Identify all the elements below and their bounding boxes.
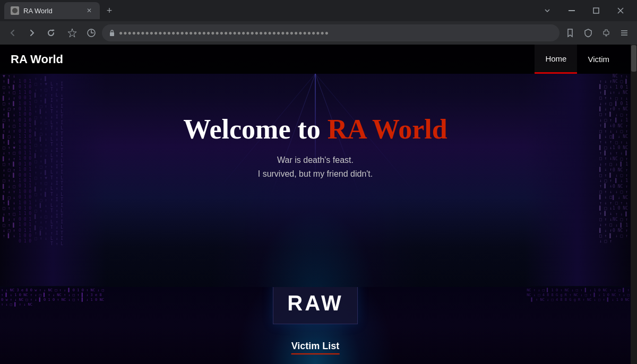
svg-rect-1	[569, 10, 575, 11]
address-text: ●●●●●●●●●●●●●●●●●●●●●●●●●●●●●●●●●●●●●●●●…	[119, 29, 553, 37]
title-bar: RA World ✕ +	[0, 0, 637, 21]
lock-icon	[108, 29, 116, 37]
tab-title: RA World	[23, 7, 81, 15]
refresh-button[interactable]	[42, 24, 59, 41]
browser-actions	[562, 24, 633, 41]
tab-dropdown-button[interactable]	[535, 0, 559, 21]
site-logo: RA World	[11, 53, 535, 66]
raw-text: RAW	[287, 291, 343, 315]
bottom-section: ↑ ↓ NC 3 e 8 0 w ↑ ↓ NC □ ↑ ↓ ▌ 0 1 0 ↑ …	[0, 287, 631, 364]
bottom-matrix-left: ↑ ↓ NC 3 e 8 0 w ↑ ↓ NC □ ↑ ↓ ▌ 0 1 0 ↑ …	[0, 287, 106, 364]
window-controls	[535, 0, 633, 21]
svg-rect-2	[593, 8, 599, 13]
nav-home[interactable]: Home	[535, 45, 577, 74]
new-tab-button[interactable]: +	[102, 3, 117, 18]
browser-window: RA World ✕ +	[0, 0, 637, 364]
hero-title-plain: Welcome to	[183, 114, 327, 144]
svg-marker-6	[68, 29, 76, 37]
browser-menu-icon[interactable]	[616, 24, 633, 41]
tab-strip: RA World ✕ +	[4, 2, 535, 19]
browser-tab[interactable]: RA World ✕	[4, 2, 100, 19]
hero-subtitle-1: War is death's feast.	[0, 155, 631, 165]
tab-close-button[interactable]: ✕	[85, 6, 93, 15]
scrollbar-track	[631, 45, 637, 364]
hero-title: Welcome to RA World	[0, 114, 631, 145]
scrollbar-thumb[interactable]	[631, 45, 636, 72]
raw-logo-box: RAW	[273, 287, 358, 324]
shield-icon[interactable]	[580, 24, 597, 41]
svg-marker-5	[53, 29, 55, 31]
svg-point-0	[12, 8, 18, 13]
bookmark-icon[interactable]	[562, 24, 579, 41]
bottom-matrix-right: NC ↑ ↓ □ ▌ 1 0 ↑ NC ↓ □ ↑ ▌ ↓ 1 0 NC ↑ ↓…	[524, 287, 631, 364]
close-button[interactable]	[608, 0, 633, 21]
nav-victim[interactable]: Victim	[577, 45, 620, 74]
site-nav-links: Home Victim	[535, 45, 620, 74]
extensions-icon[interactable]	[598, 24, 615, 41]
forward-button[interactable]	[23, 24, 40, 41]
site-nav: RA World Home Victim	[0, 45, 631, 74]
back-button[interactable]	[4, 24, 21, 41]
extension-icon-2[interactable]	[83, 24, 100, 41]
tab-favicon	[11, 6, 19, 15]
extension-icon-1[interactable]	[64, 24, 81, 41]
toolbar: ●●●●●●●●●●●●●●●●●●●●●●●●●●●●●●●●●●●●●●●●…	[0, 21, 637, 45]
minimize-button[interactable]	[559, 0, 584, 21]
svg-rect-8	[110, 32, 114, 36]
victim-list-label[interactable]: Victim List	[291, 341, 340, 354]
hero-subtitle-2: I survived, but my friend didn't.	[0, 169, 631, 179]
maximize-button[interactable]	[584, 0, 608, 21]
address-bar[interactable]: ●●●●●●●●●●●●●●●●●●●●●●●●●●●●●●●●●●●●●●●●…	[102, 24, 559, 41]
hero-title-highlight: RA World	[328, 114, 447, 144]
website-content: ▼ ↑ ↓ ↑ ▌ ↓ □ ↑ ▌ ↓ ↑ □ ▌ ↓ ↑ □ ↑ ▌ ↓ □ …	[0, 45, 631, 364]
